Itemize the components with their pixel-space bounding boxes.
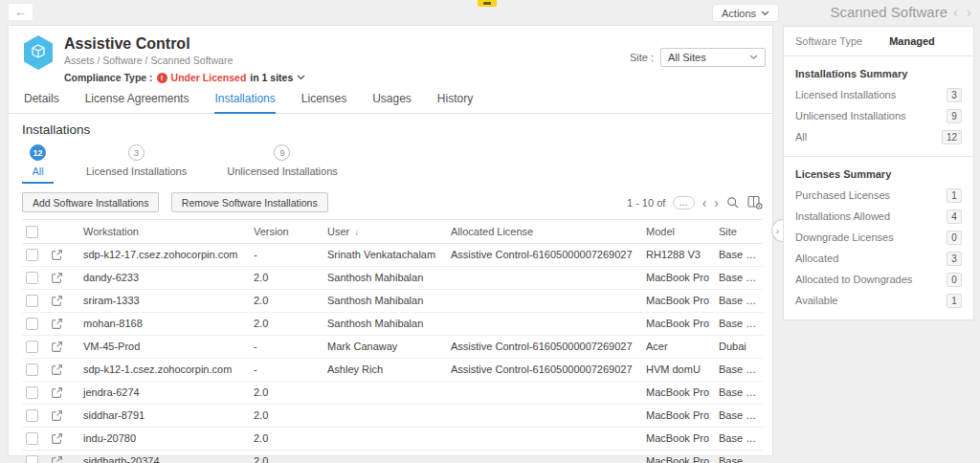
row-checkbox[interactable] (26, 432, 38, 445)
row-checkbox[interactable] (26, 341, 38, 353)
table-row[interactable]: siddharth-203742.0MacBook ProBase Site (22, 450, 763, 463)
table-row[interactable]: siddhar-87912.0MacBook ProBase Site (22, 404, 763, 427)
cell-model: Acer (642, 335, 715, 358)
cell-allocated-license: Assistive Control-61605000007269027 (447, 243, 642, 266)
col-user[interactable]: User↓ (323, 220, 447, 244)
tab-usages[interactable]: Usages (372, 92, 412, 113)
next-page-icon[interactable]: › (714, 196, 719, 209)
open-in-new-icon[interactable] (51, 272, 63, 284)
installation-filter-tabs: 12All3Licensed Installations9Unlicensed … (22, 144, 763, 184)
row-open-cell (47, 381, 79, 404)
cell-version: 2.0 (250, 450, 323, 463)
open-in-new-icon[interactable] (51, 409, 63, 422)
tab-history[interactable]: History (437, 92, 473, 113)
chevron-down-icon[interactable] (297, 75, 305, 80)
col-allocated-license[interactable]: Allocated License (447, 220, 642, 244)
table-row[interactable]: indu-207802.0MacBook ProBase Site (22, 427, 763, 450)
row-select-cell (22, 427, 47, 450)
open-in-new-icon[interactable] (51, 455, 63, 463)
table-row[interactable]: jendra-62742.0MacBook ProBase Site (22, 381, 763, 404)
row-checkbox[interactable] (26, 272, 38, 284)
tab-license-agreements[interactable]: License Agreements (85, 92, 189, 113)
cell-model: MacBook Pro (642, 266, 715, 289)
col-site[interactable]: Site (715, 220, 763, 244)
breadcrumb[interactable]: Assets / Software / Scanned Software (64, 55, 305, 66)
open-in-new-icon[interactable] (51, 295, 63, 307)
open-in-new-icon[interactable] (51, 364, 63, 376)
select-all-checkbox[interactable] (26, 226, 38, 238)
chevron-down-icon (749, 55, 758, 60)
summary-label: Available (795, 295, 837, 306)
tab-details[interactable]: Details (24, 92, 59, 113)
pagination: 1 - 10 of ... ‹ › (627, 195, 763, 209)
actions-button[interactable]: Actions (712, 4, 779, 22)
table-row[interactable]: sdp-k12-1.csez.zohocorpin.com-Ashley Ric… (22, 358, 763, 381)
open-in-new-icon[interactable] (51, 341, 63, 353)
tab-licenses[interactable]: Licenses (301, 92, 346, 113)
prev-page-icon[interactable]: ‹ (702, 196, 707, 209)
next-record-icon[interactable]: › (964, 4, 974, 20)
prev-record-icon[interactable]: ‹ (950, 4, 961, 20)
open-in-new-icon[interactable] (51, 386, 63, 399)
subtab-licensed-installations[interactable]: 3Licensed Installations (78, 144, 194, 184)
cell-workstation: indu-20780 (79, 427, 250, 450)
col-version-label: Version (254, 226, 289, 237)
row-open-cell (47, 312, 79, 335)
installations-section: Installations 12All3Licensed Installatio… (9, 122, 772, 463)
cell-version: 2.0 (250, 427, 323, 450)
summary-item: Unlicensed Installations9 (795, 105, 962, 126)
site-dropdown-value: All Sites (668, 52, 706, 63)
search-icon[interactable] (726, 196, 740, 209)
cell-workstation: mohan-8168 (79, 312, 250, 335)
open-in-new-icon[interactable] (51, 249, 63, 261)
open-in-new-icon[interactable] (51, 318, 63, 330)
row-checkbox[interactable] (26, 295, 38, 307)
site-dropdown[interactable]: All Sites (660, 48, 766, 67)
cell-user (323, 381, 447, 404)
cell-model: MacBook Pro (642, 289, 715, 312)
table-row[interactable]: mohan-81682.0Santhosh MahibalanMacBook P… (22, 312, 763, 335)
row-checkbox[interactable] (26, 318, 38, 330)
subtab-unlicensed-installations[interactable]: 9Unlicensed Installations (219, 144, 345, 184)
row-open-cell (47, 450, 79, 463)
col-version[interactable]: Version (250, 220, 323, 244)
remove-software-installations-button[interactable]: Remove Software Installations (171, 192, 328, 212)
table-row[interactable]: sdp-k12-17.csez.zohocorpin.com-Srinath V… (22, 243, 763, 266)
alert-icon: ! (157, 73, 167, 83)
open-in-new-icon[interactable] (51, 432, 63, 445)
column-settings-icon[interactable] (747, 195, 763, 209)
table-row[interactable]: sriram-13332.0Santhosh MahibalanMacBook … (22, 289, 763, 312)
cell-workstation: VM-45-Prod (79, 335, 250, 358)
add-software-installations-button[interactable]: Add Software Installations (22, 192, 159, 212)
pagination-total-toggle[interactable]: ... (673, 196, 694, 209)
table-header-row: Workstation Version User↓ Allocated Lice… (22, 220, 763, 244)
subtab-all[interactable]: 12All (22, 144, 54, 184)
compliance-label: Compliance Type : (64, 72, 153, 83)
cell-site: Base Site (715, 243, 763, 266)
notification-tab[interactable] (478, 0, 497, 7)
cell-site: Base Site (715, 289, 763, 312)
row-checkbox[interactable] (26, 249, 38, 261)
col-model[interactable]: Model (642, 220, 715, 244)
back-button[interactable]: ← (8, 3, 33, 21)
chevron-down-icon (761, 11, 769, 16)
cell-workstation: sdp-k12-17.csez.zohocorpin.com (79, 243, 250, 266)
cell-model: HVM domU (642, 358, 715, 381)
subtab-label: Licensed Installations (86, 165, 187, 177)
cell-user: Srinath Venkatachalam (323, 243, 447, 266)
row-checkbox[interactable] (26, 409, 38, 422)
tab-installations[interactable]: Installations (214, 92, 275, 114)
row-checkbox[interactable] (26, 364, 38, 376)
table-row[interactable]: VM-45-Prod-Mark CanawayAssistive Control… (22, 335, 763, 358)
row-select-cell (22, 381, 47, 404)
summary-label: All (795, 131, 807, 143)
row-checkbox[interactable] (26, 455, 38, 463)
cell-site: Base Site (715, 381, 763, 404)
col-workstation-label: Workstation (83, 226, 139, 237)
row-checkbox[interactable] (26, 386, 38, 399)
software-type-value: Managed (889, 35, 935, 47)
sort-descending-icon: ↓ (354, 227, 359, 237)
row-open-cell (47, 358, 79, 381)
col-workstation[interactable]: Workstation (79, 220, 250, 244)
table-row[interactable]: dandy-62332.0Santhosh MahibalanMacBook P… (22, 266, 763, 289)
